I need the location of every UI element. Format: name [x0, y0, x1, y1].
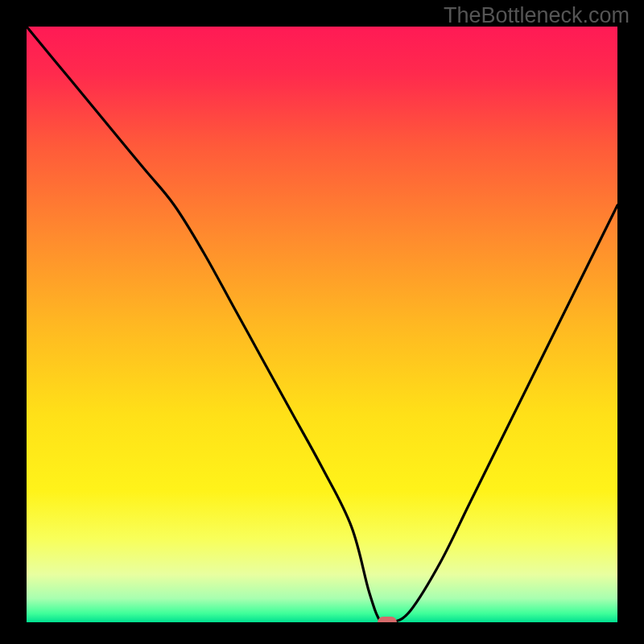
gradient-background	[27, 27, 617, 622]
plot-area	[27, 27, 617, 622]
chart-svg	[27, 27, 617, 622]
watermark-text: TheBottleneck.com	[444, 3, 630, 28]
optimal-marker	[378, 617, 397, 622]
chart-container: TheBottleneck.com	[0, 0, 644, 644]
